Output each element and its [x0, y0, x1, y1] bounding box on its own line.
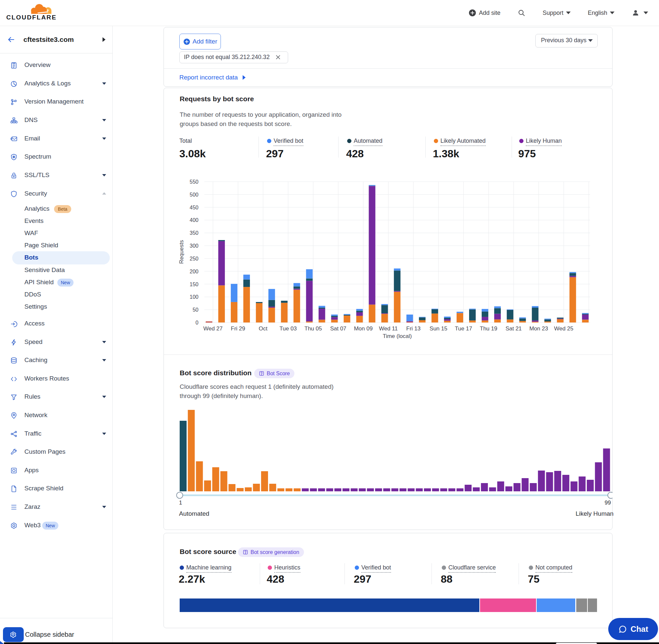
svg-text:Oct: Oct: [259, 325, 268, 332]
svg-text:200: 200: [190, 269, 198, 274]
svg-text:500: 500: [190, 192, 198, 198]
svg-text:Wed 11: Wed 11: [379, 325, 398, 332]
svg-text:Thu 05: Thu 05: [305, 325, 322, 332]
svg-text:550: 550: [190, 179, 198, 185]
svg-text:Tue 17: Tue 17: [455, 325, 472, 332]
svg-text:Time (local): Time (local): [383, 333, 412, 339]
svg-text:Fri 13: Fri 13: [406, 325, 420, 332]
svg-text:Fri 29: Fri 29: [231, 325, 245, 332]
svg-text:Thu 19: Thu 19: [480, 325, 497, 332]
svg-text:Sun 15: Sun 15: [429, 325, 447, 332]
svg-text:100: 100: [190, 294, 198, 300]
svg-text:400: 400: [190, 217, 198, 223]
svg-text:150: 150: [190, 282, 198, 287]
svg-text:Sat 21: Sat 21: [505, 325, 521, 332]
svg-text:Mon 23: Mon 23: [529, 325, 548, 332]
svg-text:Sat 07: Sat 07: [330, 325, 346, 332]
svg-text:0: 0: [195, 320, 198, 325]
svg-text:350: 350: [190, 230, 198, 236]
svg-text:Tue 03: Tue 03: [280, 325, 297, 332]
svg-text:Wed 25: Wed 25: [554, 325, 573, 332]
svg-text:300: 300: [190, 243, 198, 249]
svg-text:50: 50: [192, 307, 198, 313]
svg-text:Wed 27: Wed 27: [204, 325, 222, 332]
svg-text:250: 250: [190, 256, 198, 261]
svg-text:Requests: Requests: [178, 240, 185, 264]
svg-text:450: 450: [190, 205, 198, 210]
svg-text:Mon 09: Mon 09: [354, 325, 373, 332]
